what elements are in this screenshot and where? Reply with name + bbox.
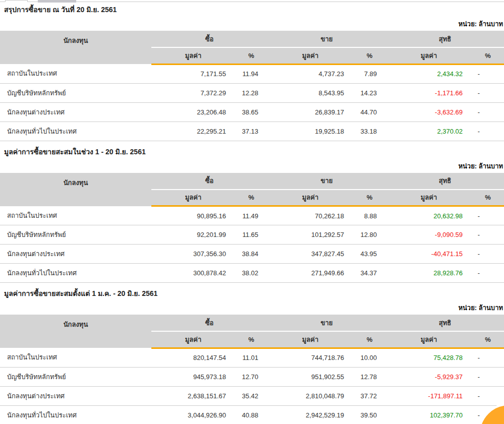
net-value-cell: 28,928.76	[386, 264, 472, 283]
net-percent-cell: -	[472, 348, 504, 367]
net-value-cell: 2,370.02	[386, 122, 472, 141]
investor-cell: บัญชีบริษัทหลักทรัพย์	[0, 225, 151, 245]
col-header-net: สุทธิ	[386, 31, 504, 47]
investor-cell: สถาบันในประเทศ	[0, 206, 151, 225]
sell-percent-cell: 10.00	[353, 348, 386, 367]
section-title: มูลค่าการซื้อขายสะสมในช่วง 1 - 20 มิ.ย. …	[4, 147, 504, 156]
buy-value-cell: 3,044,926.90	[151, 405, 235, 424]
header-group-row: นักลงทุน ซื้อ ขาย สุทธิ	[0, 31, 504, 47]
buy-percent-cell: 37.13	[235, 122, 267, 141]
sell-percent-cell: 43.95	[353, 245, 386, 264]
net-percent-cell: -	[472, 367, 504, 386]
sell-percent-cell: 37.72	[353, 386, 386, 405]
table-row-foreign: นักลงทุนต่างประเทศ 307,356.30 38.84 347,…	[0, 245, 504, 264]
trading-table: นักลงทุน ซื้อ ขาย สุทธิ มูลค่า % มูลค่า …	[0, 173, 504, 283]
sell-value-cell: 26,839.17	[267, 102, 353, 122]
sell-value-cell: 744,718.76	[267, 348, 353, 367]
buy-percent-cell: 11.01	[235, 348, 267, 367]
net-percent-cell: -	[472, 64, 504, 83]
net-percent-cell: -	[472, 206, 504, 225]
buy-value-cell: 2,638,151.67	[151, 386, 235, 405]
year-to-date-section: มูลค่าการซื้อขายสะสมตั้งแต่ 1 ม.ค. - 20 …	[0, 289, 504, 424]
investor-cell: นักลงทุนทั่วไปในประเทศ	[0, 122, 151, 141]
net-value-cell: 2,434.32	[386, 64, 472, 83]
col-header-investor: นักลงทุน	[0, 315, 151, 348]
sell-percent-cell: 39.50	[353, 405, 386, 424]
table-row-proprietary: บัญชีบริษัทหลักทรัพย์ 7,372.29 12.28 8,5…	[0, 83, 504, 102]
sell-value-cell: 2,810,048.79	[267, 386, 353, 405]
buy-value-cell: 945,973.18	[151, 367, 235, 386]
col-header-buy-value: มูลค่า	[151, 331, 235, 348]
buy-percent-cell: 38.02	[235, 264, 267, 283]
net-percent-cell: -	[472, 102, 504, 122]
col-header-net: สุทธิ	[386, 173, 504, 190]
col-header-sell-percent: %	[353, 190, 386, 206]
net-percent-cell: -	[472, 264, 504, 283]
table-row-local-individuals: นักลงทุนทั่วไปในประเทศ 22,295.21 37.13 1…	[0, 122, 504, 141]
buy-percent-cell: 11.65	[235, 225, 267, 245]
section-title: มูลค่าการซื้อขายสะสมตั้งแต่ 1 ม.ค. - 20 …	[4, 289, 504, 298]
buy-percent-cell: 38.84	[235, 245, 267, 264]
investor-cell: บัญชีบริษัทหลักทรัพย์	[0, 83, 151, 102]
buy-value-cell: 23,206.48	[151, 102, 235, 122]
col-header-buy: ซื้อ	[151, 315, 267, 331]
buy-percent-cell: 35.42	[235, 386, 267, 405]
col-header-sell: ขาย	[267, 173, 386, 190]
col-header-net: สุทธิ	[386, 315, 504, 331]
net-percent-cell: -	[472, 245, 504, 264]
unit-label: หน่วย: ล้านบาท	[0, 304, 503, 312]
sell-value-cell: 2,942,529.19	[267, 405, 353, 424]
col-header-buy-percent: %	[235, 47, 267, 64]
trading-summary-page: สรุปการซื้อขาย ณ วันที่ 20 มิ.ย. 2561 หน…	[0, 0, 504, 424]
net-percent-cell: -	[472, 225, 504, 245]
col-header-net-value: มูลค่า	[386, 190, 472, 206]
buy-percent-cell: 38.65	[235, 102, 267, 122]
investor-cell: นักลงทุนทั่วไปในประเทศ	[0, 264, 151, 283]
tab-partial[interactable]	[5, 0, 28, 2]
buy-percent-cell: 12.70	[235, 367, 267, 386]
sell-value-cell: 101,292.57	[267, 225, 353, 245]
net-value-cell: 20,632.98	[386, 206, 472, 225]
buy-value-cell: 7,372.29	[151, 83, 235, 102]
tab-bar-edge	[0, 0, 504, 2]
net-value-cell: -1,171.66	[386, 83, 472, 102]
table-row-local-institutions: สถาบันในประเทศ 90,895.16 11.49 70,262.18…	[0, 206, 504, 225]
buy-value-cell: 22,295.21	[151, 122, 235, 141]
sell-percent-cell: 7.89	[353, 64, 386, 83]
tab-partial-selected[interactable]	[38, 0, 76, 3]
investor-cell: นักลงทุนต่างประเทศ	[0, 245, 151, 264]
table-row-local-individuals: นักลงทุนทั่วไปในประเทศ 300,878.42 38.02 …	[0, 264, 504, 283]
table-row-local-individuals: นักลงทุนทั่วไปในประเทศ 3,044,926.90 40.8…	[0, 405, 504, 424]
sell-value-cell: 951,902.55	[267, 367, 353, 386]
sell-percent-cell: 12.78	[353, 367, 386, 386]
investor-cell: สถาบันในประเทศ	[0, 348, 151, 367]
table-row-foreign: นักลงทุนต่างประเทศ 23,206.48 38.65 26,83…	[0, 102, 504, 122]
table-row-local-institutions: สถาบันในประเทศ 7,171.55 11.94 4,737.23 7…	[0, 64, 504, 83]
col-header-buy-percent: %	[235, 190, 267, 206]
col-header-buy-value: มูลค่า	[151, 190, 235, 206]
sell-value-cell: 271,949.66	[267, 264, 353, 283]
buy-value-cell: 300,878.42	[151, 264, 235, 283]
daily-summary-section: สรุปการซื้อขาย ณ วันที่ 20 มิ.ย. 2561 หน…	[0, 5, 504, 141]
sell-value-cell: 70,262.18	[267, 206, 353, 225]
month-to-date-section: มูลค่าการซื้อขายสะสมในช่วง 1 - 20 มิ.ย. …	[0, 147, 504, 283]
net-value-cell: 75,428.78	[386, 348, 472, 367]
col-header-sell-percent: %	[353, 331, 386, 348]
sell-value-cell: 8,543.95	[267, 83, 353, 102]
unit-label: หน่วย: ล้านบาท	[0, 20, 503, 28]
investor-cell: นักลงทุนต่างประเทศ	[0, 386, 151, 405]
buy-value-cell: 7,171.55	[151, 64, 235, 83]
investor-cell: สถาบันในประเทศ	[0, 64, 151, 83]
buy-value-cell: 90,895.16	[151, 206, 235, 225]
col-header-sell-value: มูลค่า	[267, 190, 353, 206]
header-group-row: นักลงทุน ซื้อ ขาย สุทธิ	[0, 315, 504, 331]
net-percent-cell: -	[472, 386, 504, 405]
col-header-investor: นักลงทุน	[0, 173, 151, 206]
unit-label: หน่วย: ล้านบาท	[0, 162, 503, 170]
section-title: สรุปการซื้อขาย ณ วันที่ 20 มิ.ย. 2561	[4, 5, 504, 14]
sell-percent-cell: 12.80	[353, 225, 386, 245]
net-value-cell: -9,090.59	[386, 225, 472, 245]
col-header-buy: ซื้อ	[151, 31, 267, 47]
investor-cell: นักลงทุนทั่วไปในประเทศ	[0, 405, 151, 424]
sell-percent-cell: 33.18	[353, 122, 386, 141]
